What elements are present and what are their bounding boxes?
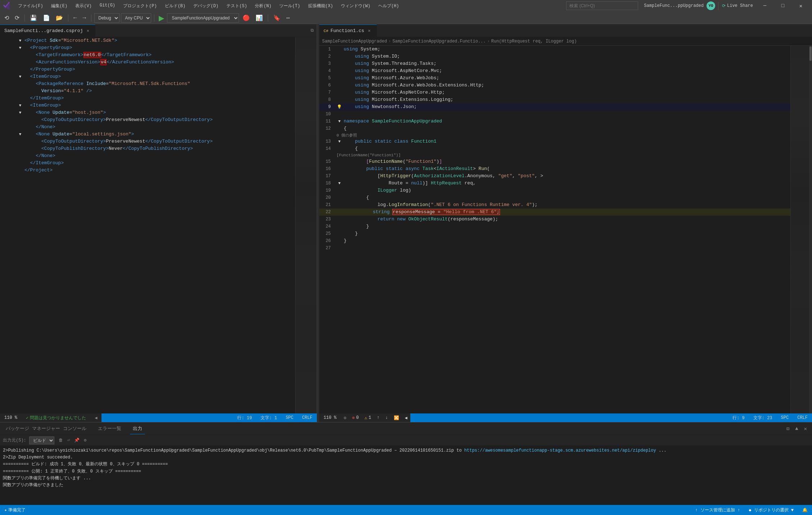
toolbar-open[interactable]: 📂 [54,13,65,23]
right-tab-function1[interactable]: C# Function1.cs ✕ [319,24,377,37]
menu-help[interactable]: ヘルプ(H) [375,1,403,10]
output-word-wrap-btn[interactable]: ⏎ [67,438,70,443]
menu-analyze[interactable]: 分析(N) [251,1,275,10]
project-selector[interactable]: SampleFunctionAppUpgraded [167,13,239,23]
right-scrollbar[interactable] [809,46,812,413]
run-button[interactable]: ▶ [157,14,166,22]
right-line-info[interactable]: 行: 9 [728,413,749,422]
minimize-button[interactable]: ─ [757,0,773,12]
list-item: ========== ビルド: 成功 1、失敗 0、最新の状態 0、スキップ 0… [3,461,809,468]
table-row: 6 using Microsoft.Azure.WebJobs.Extensio… [319,82,790,89]
toolbar-more[interactable]: ⋯ [284,13,292,23]
avatar[interactable]: YO [707,1,715,10]
debug-config-dropdown[interactable]: Debug [94,13,119,23]
split-button[interactable]: ⧉ [308,27,317,35]
output-source-select[interactable]: ビルド [29,436,54,444]
right-line-ending[interactable]: CRLF [793,413,812,422]
maximize-button[interactable]: □ [775,0,791,12]
toolbar-attach-debugger[interactable]: 🔴 [240,13,252,23]
breadcrumb-item-3[interactable]: Run(HttpRequest req, ILogger log) [491,39,577,44]
tab-error-list[interactable]: エラー一覧 [95,423,124,434]
toolbar-save[interactable]: 💾 [28,13,39,23]
left-problems[interactable]: ✓ 問題は見つかりませんでした [22,413,90,422]
menu-file[interactable]: ファイル(F) [14,1,47,10]
right-status-icons[interactable]: ⚙ [341,413,349,422]
left-tab-csproj[interactable]: SampleFuncti...graded.csproj ✕ [0,24,95,37]
menu-edit[interactable]: 編集(E) [48,1,71,10]
panel-dock-btn[interactable]: ⊡ [784,425,791,433]
tab-output[interactable]: 出力 [130,423,145,434]
breadcrumb-item-2[interactable]: SampleFunctionAppUpgraded.Functio... [392,39,486,44]
left-line-ending[interactable]: CRLF [298,413,317,422]
right-scroll-prev[interactable]: ◀ [402,413,410,422]
menu-build[interactable]: ビルド(B) [161,1,189,10]
status-bar: ✦ 準備完了 ↑ ソース管理に追加 ↑ ◆ リポジトリの選択 ▼ 🔔 [0,505,812,515]
breadcrumb-item-1[interactable]: SampleFunctionAppUpgraded [322,39,387,44]
toolbar-sep-1 [24,14,25,22]
table-row: 26 } [319,237,790,245]
toolbar-new-file[interactable]: 📄 [41,13,52,23]
left-line-info[interactable]: 行: 19 [233,413,256,422]
toolbar-performance[interactable]: 📊 [253,13,265,23]
function1-tab-close[interactable]: ✕ [366,28,372,34]
right-nav-down[interactable]: ↓ [382,413,391,422]
right-char-info[interactable]: 文字: 23 [749,413,777,422]
toolbar-breakpoints[interactable]: 🔖 [271,13,283,23]
left-scroll-prev[interactable]: ◀ [90,413,102,422]
right-code-content[interactable]: 1 using System; 2 using System.IO; [319,46,790,413]
right-zoom-level[interactable]: 110 % [319,413,341,422]
toolbar-sep-2 [68,14,68,22]
menu-view[interactable]: 表示(V) [72,1,95,10]
table-row: 10 [319,111,790,118]
status-git-branch[interactable]: ✦ 準備完了 [0,505,30,515]
tab-package-manager[interactable]: パッケージ マネージャー コンソール [3,423,89,434]
toolbar-sep-4 [154,14,154,22]
table-row: ▼ <ItemGroup> [0,73,295,80]
search-input[interactable] [566,1,638,10]
status-repo-select[interactable]: ◆ リポジトリの選択 ▼ [744,505,798,515]
vs-logo [3,1,12,10]
csproj-tab-close[interactable]: ✕ [85,28,91,34]
menu-extensions[interactable]: 拡張機能(X) [304,1,337,10]
menu-debug[interactable]: デバッグ(D) [190,1,222,10]
menu-tools[interactable]: ツール(T) [276,1,304,10]
menu-window[interactable]: ウィンドウ(W) [337,1,374,10]
right-encoding[interactable]: SPC [777,413,793,422]
table-row: 23 return new OkObjectResult(responseMes… [319,216,790,223]
right-warnings[interactable]: ⚠ 1 [362,413,374,422]
output-settings-btn[interactable]: ⚙ [84,438,86,443]
right-nav-up[interactable]: ↑ [374,413,382,422]
left-code-content[interactable]: ▼ <Project Sdk="Microsoft.NET.Sdk"> ▼ <P… [0,37,295,413]
table-row: </None> [0,152,295,160]
list-item: 関数アプリの準備ができました [3,482,809,489]
menu-test[interactable]: テスト(S) [223,1,251,10]
right-git-icon[interactable]: 🔀 [391,413,402,422]
menu-git[interactable]: Git(G) [96,1,119,10]
live-share-button[interactable]: ⟳ Live Share [718,2,757,10]
left-encoding[interactable]: SPC [281,413,298,422]
panel-maximize-btn[interactable]: ▲ [793,425,800,433]
status-notifications[interactable]: 🔔 [798,505,812,515]
table-row: ▼ <None Update="host.json"> [0,109,295,116]
menu-project[interactable]: プロジェクト(P) [119,1,161,10]
toolbar-undo-group[interactable]: ⟲ [2,13,11,23]
table-row: 21 log.LogInformation(".NET 6 on Functio… [319,201,790,209]
output-link[interactable]: https://awesomesamplefunctionapp-stage.s… [464,448,656,453]
cpu-config-dropdown[interactable]: Any CPU [121,13,151,23]
left-zoom-level[interactable]: 110 % [0,413,22,422]
table-row: 24 } [319,223,790,230]
scrollbar-thumb[interactable] [809,46,812,61]
panel-close-btn[interactable]: ✕ [802,425,809,433]
close-button[interactable]: ✕ [793,0,809,12]
left-char-info[interactable]: 文字: 1 [256,413,281,422]
output-pin-btn[interactable]: 📌 [74,438,80,443]
toolbar-forward[interactable]: → [81,13,89,23]
status-source-control[interactable]: ↑ ソース管理に追加 ↑ [691,505,744,515]
right-errors[interactable]: ⊗ 0 [349,413,361,422]
table-row: ▼ <None Update="local.settings.json"> [0,131,295,138]
toolbar-redo[interactable]: ⟳ [13,13,22,23]
main-area: SampleFuncti...graded.csproj ✕ ⧉ ▼ <Proj… [0,24,812,505]
table-row: <CopyToOutputDirectory>PreserveNewest</C… [0,116,295,124]
output-clear-btn[interactable]: 🗑 [59,438,63,443]
toolbar-back[interactable]: ← [71,13,79,23]
